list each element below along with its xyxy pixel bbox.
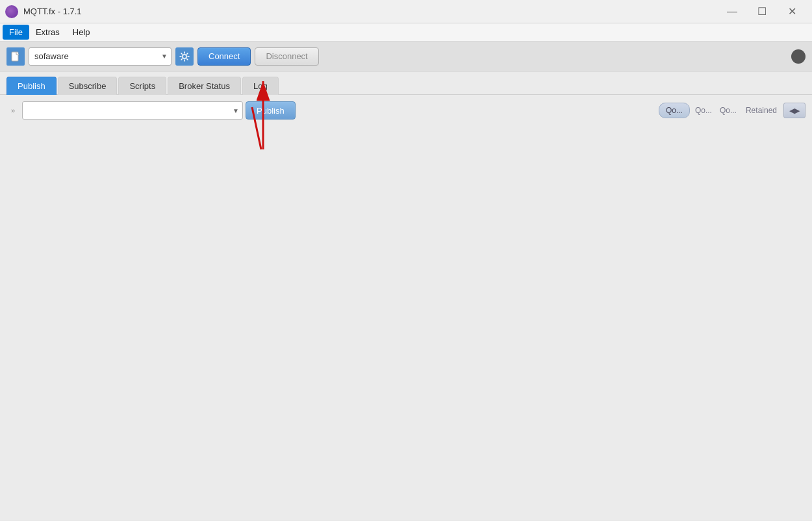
app-title: MQTT.fx - 1.7.1 — [23, 6, 82, 16]
arrow-button[interactable]: ◀▶ — [783, 103, 806, 118]
topic-input-wrapper: ▼ — [22, 101, 243, 120]
maximize-button[interactable]: ☐ — [747, 2, 777, 21]
expand-button[interactable]: » — [6, 101, 19, 120]
menu-extras[interactable]: Extras — [29, 25, 66, 40]
connection-bar: sofaware ▼ Connect Disconnect — [0, 42, 812, 71]
connection-status-indicator — [791, 49, 806, 64]
tabs-bar: Publish Subscribe Scripts Broker Status … — [0, 71, 812, 95]
qos1-button[interactable]: Qo... — [659, 103, 690, 118]
tab-broker-status[interactable]: Broker Status — [168, 77, 241, 95]
retained-label: Retained — [742, 106, 781, 115]
minimize-button[interactable]: — — [717, 2, 747, 21]
publish-toolbar: » ▼ Publish Qo... Qo... Qo... Retained ◀… — [6, 101, 806, 120]
menu-help[interactable]: Help — [66, 25, 97, 40]
disconnect-button[interactable]: Disconnect — [255, 47, 318, 66]
new-config-button[interactable] — [6, 47, 25, 66]
profile-select[interactable]: sofaware — [29, 47, 171, 66]
qos2-label: Qo... — [692, 106, 715, 115]
publish-button[interactable]: Publish — [246, 101, 296, 120]
gear-icon — [179, 51, 190, 62]
svg-point-1 — [183, 55, 186, 58]
qos3-label: Qo... — [717, 106, 739, 115]
main-content-area — [0, 126, 812, 520]
tab-scripts[interactable]: Scripts — [118, 77, 166, 95]
profile-select-wrapper: sofaware ▼ — [29, 47, 171, 66]
tab-subscribe[interactable]: Subscribe — [58, 77, 118, 95]
topic-input[interactable] — [22, 101, 243, 120]
app-icon — [5, 5, 18, 18]
settings-button[interactable] — [175, 47, 194, 66]
arrow-icon: ◀▶ — [789, 107, 800, 115]
close-button[interactable]: ✕ — [777, 2, 807, 21]
tab-log[interactable]: Log — [242, 77, 279, 95]
document-icon — [11, 51, 20, 62]
menu-bar: File Extras Help — [0, 23, 812, 42]
connect-button[interactable]: Connect — [197, 47, 251, 66]
title-bar: MQTT.fx - 1.7.1 — ☐ ✕ — [0, 0, 812, 23]
title-bar-left: MQTT.fx - 1.7.1 — [5, 5, 82, 18]
tab-publish[interactable]: Publish — [6, 77, 57, 95]
title-bar-controls: — ☐ ✕ — [717, 2, 807, 21]
publish-area: » ▼ Publish Qo... Qo... Qo... Retained ◀… — [0, 95, 812, 126]
menu-file[interactable]: File — [3, 25, 29, 40]
